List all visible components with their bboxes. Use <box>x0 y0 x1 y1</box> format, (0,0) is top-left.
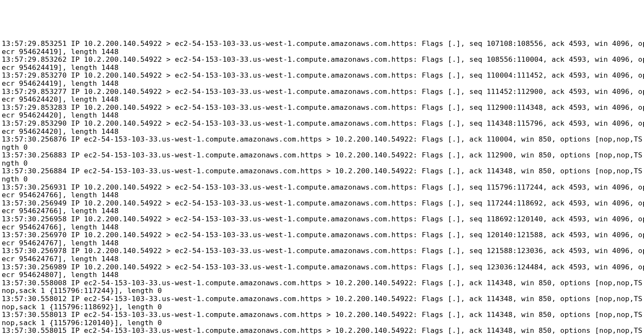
tcpdump-line: ecr 954624767], length 1448 <box>2 255 644 263</box>
tcpdump-line: ecr 954624807], length 1448 <box>2 271 644 279</box>
tcpdump-line: nop,sack 1 {115796:117244}], length 0 <box>2 287 644 295</box>
tcpdump-line: nop,sack 1 {115796:120140}], length 0 <box>2 319 644 327</box>
tcpdump-line: 13:57:29.853251 IP 10.2.200.140.54922 > … <box>2 40 644 48</box>
tcpdump-line: ecr 954624420], length 1448 <box>2 112 644 120</box>
tcpdump-line: 13:57:30.256876 IP ec2-54-153-103-33.us-… <box>2 136 644 144</box>
tcpdump-line: 13:57:30.256958 IP 10.2.200.140.54922 > … <box>2 215 644 223</box>
tcpdump-line: nop,sack 1 {115796:118692}], length 0 <box>2 303 644 311</box>
tcpdump-line: ecr 954624766], length 1448 <box>2 207 644 215</box>
tcpdump-line: 13:57:29.853270 IP 10.2.200.140.54922 > … <box>2 72 644 80</box>
tcpdump-line: 13:57:30.256989 IP 10.2.200.140.54922 > … <box>2 263 644 272</box>
tcpdump-line: 13:57:30.256931 IP 10.2.200.140.54922 > … <box>2 184 644 192</box>
terminal-output[interactable]: 13:57:29.853251 IP 10.2.200.140.54922 > … <box>0 40 644 335</box>
tcpdump-line: 13:57:30.256978 IP 10.2.200.140.54922 > … <box>2 247 644 255</box>
tcpdump-line: 13:57:29.853277 IP 10.2.200.140.54922 > … <box>2 88 644 96</box>
tcpdump-line: 13:57:29.853283 IP 10.2.200.140.54922 > … <box>2 104 644 112</box>
tcpdump-line: 13:57:30.256883 IP ec2-54-153-103-33.us-… <box>2 151 644 160</box>
tcpdump-line: 13:57:29.853290 IP 10.2.200.140.54922 > … <box>2 120 644 128</box>
tcpdump-line: 13:57:29.853262 IP 10.2.200.140.54922 > … <box>2 56 644 64</box>
tcpdump-line: ecr 954624419], length 1448 <box>2 64 644 72</box>
tcpdump-line: ngth 0 <box>2 144 644 152</box>
tcpdump-line: ngth 0 <box>2 175 644 184</box>
tcpdump-line: ngth 0 <box>2 160 644 168</box>
tcpdump-line: ecr 954624420], length 1448 <box>2 96 644 104</box>
tcpdump-line: 13:57:30.558012 IP ec2-54-153-103-33.us-… <box>2 295 644 303</box>
tcpdump-line: ecr 954624766], length 1448 <box>2 223 644 232</box>
tcpdump-line: 13:57:30.558008 IP ec2-54-153-103-33.us-… <box>2 279 644 287</box>
tcpdump-line: 13:57:30.256949 IP 10.2.200.140.54922 > … <box>2 199 644 208</box>
tcpdump-line: ecr 954624766], length 1448 <box>2 191 644 199</box>
tcpdump-line: ecr 954624767], length 1448 <box>2 239 644 247</box>
tcpdump-line: 13:57:30.558015 IP ec2-54-153-103-33.us-… <box>2 327 644 335</box>
tcpdump-line: ecr 954624419], length 1448 <box>2 48 644 56</box>
tcpdump-line: 13:57:30.256884 IP ec2-54-153-103-33.us-… <box>2 167 644 175</box>
tcpdump-line: ecr 954624420], length 1448 <box>2 128 644 136</box>
tcpdump-line: 13:57:30.558013 IP ec2-54-153-103-33.us-… <box>2 311 644 319</box>
tcpdump-line: ecr 954624419], length 1448 <box>2 80 644 88</box>
tcpdump-line: 13:57:30.256970 IP 10.2.200.140.54922 > … <box>2 231 644 239</box>
